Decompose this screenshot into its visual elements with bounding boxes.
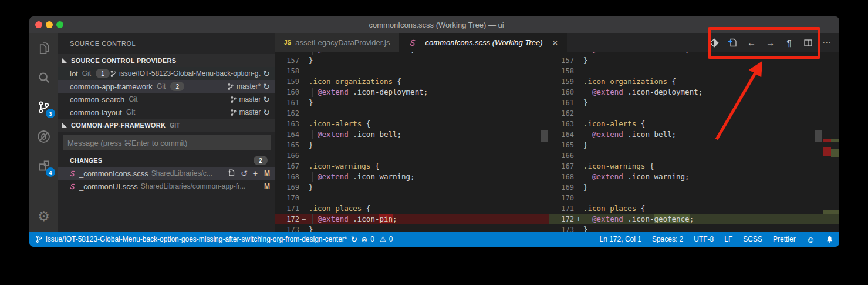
- code-line: 169}: [275, 182, 549, 193]
- open-file-icon[interactable]: [227, 169, 235, 179]
- code-line: 159.icon-organizations {: [549, 76, 839, 87]
- settings-gear-icon[interactable]: ⚙: [29, 204, 58, 228]
- code-line: 166: [275, 150, 549, 161]
- diff-original-pane[interactable]: 156 @extend .icon-account;157}158159.ico…: [275, 52, 549, 232]
- commit-message-input[interactable]: [63, 135, 271, 150]
- code-line: 167.icon-warnings {: [275, 161, 549, 172]
- feedback-smiley-icon[interactable]: ☺: [806, 234, 815, 244]
- problems-status-item[interactable]: ⊗ 0 ⚠ 0: [361, 235, 393, 244]
- sync-icon[interactable]: ↻: [263, 82, 270, 91]
- provider-row[interactable]: common-searchGitmaster↻: [58, 93, 275, 106]
- file-path: SharedLibraries/c...: [151, 169, 212, 177]
- close-tab-icon[interactable]: ×: [552, 38, 558, 47]
- provider-branch: issue/IOT-58123-Global-Menu-back-option-…: [110, 69, 270, 78]
- code-line: 167.icon-warnings {: [549, 161, 839, 172]
- next-change-icon[interactable]: →: [765, 38, 775, 48]
- provider-name: common-search: [70, 95, 124, 104]
- sass-file-icon: [69, 170, 76, 177]
- activity-explorer[interactable]: [29, 33, 58, 63]
- provider-row[interactable]: common-app-frameworkGit2master*↻: [58, 80, 275, 93]
- code-line: 165}: [275, 140, 549, 150]
- open-file-icon[interactable]: [728, 38, 738, 48]
- code-line: 163.icon-alerts {: [275, 119, 549, 129]
- show-whitespace-icon[interactable]: ¶: [784, 38, 794, 48]
- code-line: 157}: [549, 55, 839, 66]
- diff-modified-pane[interactable]: 156 @extend .icon-account;157}158159.ico…: [549, 52, 839, 232]
- minimize-window-button[interactable]: [46, 21, 53, 28]
- activity-bar: 3 4 ⚙: [29, 33, 58, 232]
- git-branch-icon: [35, 235, 43, 243]
- change-file-row[interactable]: _commonUI.scssSharedLibraries/common-app…: [58, 180, 275, 193]
- file-name: _commonUI.scss: [79, 182, 138, 191]
- screenshot-stage: _commonIcons.scss (Working Tree) — ui: [0, 0, 868, 285]
- git-status-modified: M: [264, 182, 270, 190]
- sidebar-title: SOURCE CONTROL: [58, 33, 275, 54]
- maximize-window-button[interactable]: [56, 21, 63, 28]
- code-line: 173}: [549, 224, 839, 232]
- status-item[interactable]: LF: [724, 235, 732, 243]
- code-line: 172+ @extend .icon-geofence;: [549, 214, 839, 224]
- status-item[interactable]: Prettier: [773, 235, 796, 243]
- code-line: 162: [549, 108, 839, 119]
- activity-debug[interactable]: [29, 122, 58, 151]
- provider-name: common-app-framework: [70, 82, 153, 91]
- activity-source-control[interactable]: 3: [29, 92, 58, 122]
- more-actions-icon[interactable]: ⋯: [822, 38, 832, 48]
- tab-commonicons-working-tree[interactable]: _commonIcons.scss (Working Tree) ×: [399, 33, 567, 52]
- stage-changes-icon[interactable]: +: [253, 169, 258, 178]
- status-item[interactable]: Spaces: 2: [652, 235, 683, 243]
- activity-extensions[interactable]: 4: [29, 151, 58, 180]
- search-icon: [38, 71, 50, 84]
- provider-branch: master↻: [230, 95, 270, 104]
- git-branch-icon: [110, 70, 117, 78]
- provider-row[interactable]: common-layoutGitmaster↻: [58, 106, 275, 119]
- code-line: 171.icon-places {: [275, 203, 549, 214]
- code-line: 163.icon-alerts {: [549, 119, 839, 129]
- discard-changes-icon[interactable]: ↺: [241, 169, 248, 178]
- sync-icon[interactable]: ↻: [263, 69, 270, 78]
- file-path: SharedLibraries/common-app-fr...: [141, 182, 246, 190]
- change-file-row[interactable]: _commonIcons.scssSharedLibraries/c...↺+M: [58, 167, 275, 180]
- repo-section-header[interactable]: COMMON-APP-FRAMEWORK GIT: [58, 119, 275, 132]
- extensions-count-badge: 4: [46, 167, 55, 177]
- sass-file-icon: [408, 39, 417, 47]
- provider-row[interactable]: iotGit1issue/IOT-58123-Global-Menu-back-…: [58, 67, 275, 80]
- files-icon: [38, 42, 50, 55]
- notifications-bell-icon[interactable]: [826, 235, 833, 243]
- close-window-button[interactable]: [35, 21, 42, 28]
- twistie-icon: [62, 58, 67, 63]
- changes-list: _commonIcons.scssSharedLibraries/c...↺+M…: [58, 167, 275, 193]
- errors-icon: ⊗: [361, 235, 367, 244]
- code-line: 165}: [549, 140, 839, 150]
- code-line: 160 @extend .icon-deployment;: [275, 87, 549, 98]
- sync-icon[interactable]: ↻: [263, 108, 270, 117]
- toggle-side-by-side-view-icon[interactable]: [709, 38, 719, 48]
- provider-count-badge: 1: [96, 69, 110, 78]
- window-title: _commonIcons.scss (Working Tree) — ui: [364, 21, 504, 29]
- git-branch-icon: [230, 96, 237, 103]
- diff-editor: 156 @extend .icon-account;157}158159.ico…: [275, 52, 839, 232]
- activity-search[interactable]: [29, 63, 58, 92]
- status-item[interactable]: UTF-8: [694, 235, 714, 243]
- provider-vcs: Git: [129, 95, 137, 103]
- code-line: 164 @extend .icon-bell;: [549, 129, 839, 140]
- status-item[interactable]: SCSS: [743, 235, 762, 243]
- tab-assetlegacydataprovider[interactable]: JS assetLegacyDataProvider.js: [275, 33, 399, 52]
- status-bar: issue/IOT-58123-Global-Menu-back-option-…: [29, 232, 839, 247]
- sync-icon[interactable]: ↻: [351, 234, 358, 244]
- changes-count-badge: 2: [254, 156, 268, 165]
- code-line: 170: [275, 193, 549, 203]
- sync-icon[interactable]: ↻: [263, 95, 270, 104]
- previous-change-icon[interactable]: ←: [747, 38, 756, 48]
- code-line: 169}: [549, 182, 839, 193]
- providers-section-header[interactable]: SOURCE CONTROL PROVIDERS: [58, 54, 275, 67]
- split-editor-icon[interactable]: [803, 38, 813, 48]
- editor-area: JS assetLegacyDataProvider.js _commonIco…: [275, 33, 839, 232]
- branch-status-item[interactable]: issue/IOT-58123-Global-Menu-back-option-…: [35, 235, 347, 243]
- provider-count-badge: 2: [170, 82, 184, 91]
- git-branch-icon: [227, 83, 234, 90]
- code-line: 164 @extend .icon-bell;: [275, 129, 549, 140]
- changes-header[interactable]: CHANGES 2: [58, 154, 275, 167]
- status-item[interactable]: Ln 172, Col 1: [600, 235, 641, 243]
- provider-list: iotGit1issue/IOT-58123-Global-Menu-back-…: [58, 67, 275, 119]
